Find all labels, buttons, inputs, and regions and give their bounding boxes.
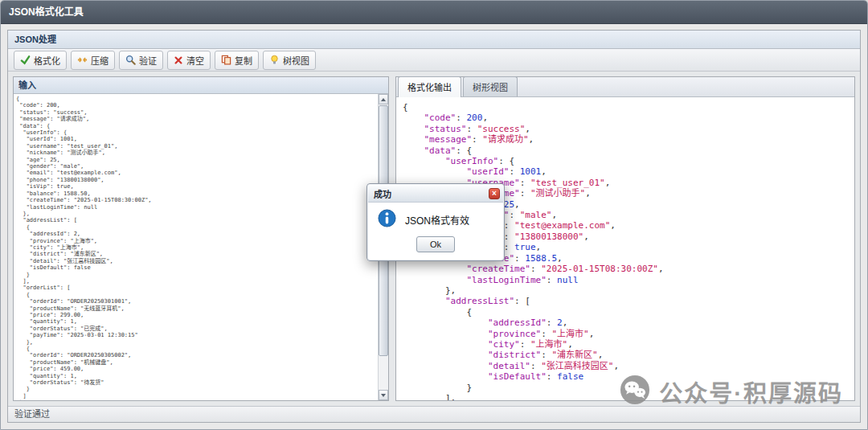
input-panel-header: 输入	[14, 77, 388, 94]
window-titlebar: JSON格式化工具	[1, 1, 867, 24]
bulb-icon	[269, 55, 280, 65]
copy-icon	[221, 55, 231, 65]
success-dialog: 成功 × JSON格式有效 Ok	[366, 183, 505, 261]
compress-button[interactable]: 压缩	[71, 51, 115, 70]
input-panel: 输入 { "code": 200, "status": "success", "…	[13, 76, 389, 401]
watermark-text: 公众号·积厚源码	[659, 375, 843, 408]
dialog-footer: Ok	[368, 233, 503, 260]
triangle-down-icon	[381, 394, 386, 397]
compress-button-label: 压缩	[91, 54, 108, 67]
tab-formatted-output-label: 格式化输出	[407, 83, 452, 92]
dialog-ok-button[interactable]: Ok	[416, 236, 455, 252]
copy-button-label: 复制	[235, 54, 252, 67]
tab-tree-view[interactable]: 树形视图	[463, 76, 518, 96]
toolbar: 格式化 压缩 验证 清空	[8, 49, 860, 72]
dialog-close-button[interactable]: ×	[489, 188, 500, 199]
clear-x-icon	[174, 55, 183, 65]
treeview-button[interactable]: 树视图	[263, 51, 316, 70]
triangle-up-icon	[381, 98, 386, 101]
copy-button[interactable]: 复制	[215, 51, 259, 70]
clear-button-label: 清空	[186, 54, 204, 67]
dialog-header: 成功 ×	[368, 185, 503, 203]
validate-button[interactable]: 验证	[119, 51, 163, 70]
tab-tree-view-label: 树形视图	[473, 83, 508, 92]
app-window: JSON格式化工具 JSON处理 格式化 压缩	[0, 0, 868, 430]
tab-formatted-output[interactable]: 格式化输出	[398, 76, 461, 97]
scroll-down-button[interactable]	[379, 390, 388, 400]
dialog-body: JSON格式有效	[368, 203, 503, 233]
status-text: 验证通过	[14, 409, 50, 419]
compress-icon	[77, 55, 88, 65]
dialog-message: JSON格式有效	[405, 213, 469, 227]
input-panel-title: 输入	[18, 80, 36, 90]
json-input[interactable]: { "code": 200, "status": "success", "mes…	[14, 94, 378, 400]
panel-title: JSON处理	[14, 35, 56, 44]
format-button-label: 格式化	[34, 54, 60, 67]
treeview-button-label: 树视图	[283, 54, 309, 67]
clear-button[interactable]: 清空	[167, 51, 211, 70]
validate-button-label: 验证	[139, 54, 157, 67]
input-body: { "code": 200, "status": "success", "mes…	[14, 94, 388, 400]
magnifier-icon	[125, 55, 136, 65]
check-icon	[20, 55, 31, 65]
output-tabbar: 格式化输出 树形视图	[396, 77, 854, 97]
window-title: JSON格式化工具	[9, 6, 84, 18]
scroll-up-button[interactable]	[379, 94, 388, 104]
status-bar: 验证通过	[8, 406, 860, 422]
panel-header: JSON处理	[8, 31, 860, 49]
wechat-icon	[620, 375, 650, 408]
dialog-title: 成功	[374, 187, 391, 200]
format-button[interactable]: 格式化	[14, 51, 67, 70]
watermark: 公众号·积厚源码	[620, 375, 843, 408]
info-icon	[378, 209, 396, 230]
